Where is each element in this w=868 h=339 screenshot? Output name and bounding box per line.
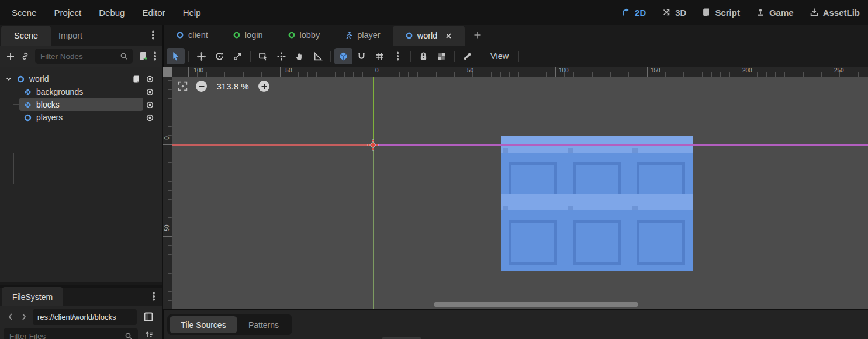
node2d-icon: [176, 31, 184, 39]
visibility-eye-icon[interactable]: [146, 101, 154, 109]
center-view-icon[interactable]: [177, 81, 188, 92]
dock-tab-import[interactable]: Import: [46, 26, 95, 46]
scene-panel-toolbar: [0, 46, 162, 67]
zoom-level[interactable]: 313.8 %: [215, 81, 251, 91]
ruler-corner: [163, 67, 172, 77]
resource-path-input[interactable]: [33, 313, 137, 321]
scene-tabs: client login lobby player world: [164, 25, 482, 46]
tab-patterns[interactable]: Patterns: [237, 316, 290, 333]
menu-editor[interactable]: Editor: [139, 5, 168, 20]
nav-back-chevron-icon[interactable]: [6, 312, 15, 321]
rotate-tool-button[interactable]: [210, 48, 229, 64]
scene-tab-player[interactable]: player: [332, 25, 393, 46]
menu-scene[interactable]: Scene: [8, 5, 40, 20]
filter-files-box: [4, 328, 138, 339]
grid-snap-magnet-toggle[interactable]: [352, 48, 371, 64]
tile-notch: [503, 206, 508, 210]
horizontal-scrollbar[interactable]: [434, 302, 638, 307]
visibility-eye-icon[interactable]: [146, 75, 154, 84]
grid-toggle[interactable]: [371, 48, 389, 64]
mode-script-button[interactable]: Script: [702, 8, 740, 18]
tree-row-backgrounds[interactable]: backgrounds: [0, 85, 162, 98]
skeleton-bone-button[interactable]: [458, 48, 476, 64]
canvas-viewport[interactable]: -100 -50 0 50 100 150 200 250 0 50: [162, 67, 868, 309]
visibility-eye-icon[interactable]: [146, 88, 154, 96]
attached-script-icon[interactable]: [132, 75, 141, 84]
zoom-controls: 313.8 %: [177, 81, 269, 92]
instance-scene-link-icon[interactable]: [20, 51, 30, 61]
pan-tool-button[interactable]: [291, 48, 309, 64]
tab-tile-sources[interactable]: Tile Sources: [170, 316, 237, 333]
close-tab-icon[interactable]: [445, 32, 452, 40]
y-axis-line-dim: [373, 144, 374, 309]
node2d-icon: [405, 32, 413, 40]
scene-tab-login[interactable]: login: [220, 25, 275, 46]
nav-forward-chevron-icon[interactable]: [19, 312, 29, 321]
tile-platform-band: [501, 194, 693, 210]
tileset-tabs: Tile Sources Patterns: [167, 314, 292, 335]
mode-3d-button[interactable]: 3D: [662, 8, 686, 18]
visibility-eye-icon[interactable]: [146, 113, 154, 122]
ruler-label: 250: [834, 67, 844, 74]
menu-debug[interactable]: Debug: [95, 5, 128, 20]
scene-tab-lobby[interactable]: lobby: [275, 25, 333, 46]
scene-tab-world[interactable]: world: [393, 26, 465, 46]
attach-script-icon[interactable]: [138, 51, 148, 61]
dock-menu-dots-icon[interactable]: [152, 30, 154, 40]
tab-row: Scene Import client login lobby player: [0, 25, 868, 46]
node2d-icon: [23, 113, 32, 122]
divider: [454, 51, 455, 62]
zoom-out-button[interactable]: [196, 81, 207, 92]
menu-help[interactable]: Help: [179, 5, 205, 20]
character-icon: [344, 31, 353, 40]
add-node-icon[interactable]: [6, 51, 15, 61]
pivot-tool-button[interactable]: [272, 48, 291, 64]
dock-tab-scene[interactable]: Scene: [1, 26, 51, 46]
zoom-in-button[interactable]: [258, 81, 269, 92]
smart-snap-toggle[interactable]: [334, 48, 352, 64]
3d-icon: [662, 8, 671, 17]
tileset-bottom-panel: Tile Sources Patterns: [162, 309, 868, 339]
tile-notch: [632, 206, 638, 210]
ruler-tool-button[interactable]: [309, 48, 327, 64]
group-node-button[interactable]: [433, 48, 451, 64]
tree-row-world[interactable]: world: [0, 72, 162, 85]
mode-assetlib-button[interactable]: AssetLib: [810, 8, 860, 18]
filesystem-menu-dots-icon[interactable]: [153, 292, 155, 301]
mode-2d-button[interactable]: 2D: [621, 8, 646, 18]
horizontal-ruler: -100 -50 0 50 100 150 200 250: [172, 67, 868, 77]
tree-guide-line: [13, 153, 14, 184]
ruler-label: 0: [163, 132, 170, 144]
canvas-toolbar: View: [162, 46, 868, 67]
filesystem-tab[interactable]: FileSystem: [2, 287, 63, 306]
select-tool-button[interactable]: [167, 48, 185, 64]
view-menu-button[interactable]: View: [484, 51, 515, 61]
move-tool-button[interactable]: [192, 48, 210, 64]
chevron-down-icon[interactable]: [5, 75, 13, 83]
ruler-label: 0: [375, 67, 379, 74]
scene-tree-menu-dots-icon[interactable]: [154, 51, 156, 61]
scene-tree-panel: world backgrounds blocks players: [0, 67, 162, 282]
list-select-tool-button[interactable]: [254, 48, 272, 64]
lock-node-button[interactable]: [414, 48, 433, 64]
sort-files-icon[interactable]: [144, 330, 154, 339]
menu-project[interactable]: Project: [51, 5, 85, 20]
snapping-options-dots-icon[interactable]: [389, 48, 407, 64]
tile-window: [637, 220, 685, 265]
filter-nodes-input[interactable]: [39, 51, 117, 61]
mode-game-button[interactable]: Game: [756, 8, 794, 18]
resource-path-box: [33, 309, 137, 325]
tree-row-players[interactable]: players: [0, 111, 162, 124]
tree-row-blocks-selected[interactable]: blocks: [0, 98, 162, 111]
search-icon: [125, 332, 133, 339]
tile-notch: [568, 148, 573, 153]
new-tab-button[interactable]: [473, 30, 482, 40]
split-view-icon[interactable]: [143, 312, 154, 322]
scale-tool-button[interactable]: [229, 48, 247, 64]
scene-tab-client[interactable]: client: [164, 25, 220, 46]
control-node-icon: [288, 31, 296, 39]
tilemap-blocks[interactable]: [501, 136, 693, 271]
script-icon: [702, 8, 711, 17]
menubar: Scene Project Debug Editor Help 2D 3D Sc…: [0, 0, 868, 25]
filter-files-input[interactable]: [8, 331, 122, 339]
